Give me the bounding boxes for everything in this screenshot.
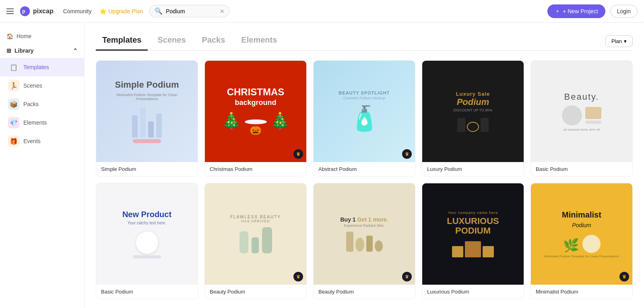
new-project-button[interactable]: ＋ + New Project <box>547 4 605 18</box>
sidebar: 🏠 Home ⊞ Library ⌃ 📋 Templates 🏃 Scenes … <box>0 23 85 308</box>
card-visual <box>346 232 383 252</box>
library-icon: ⊞ <box>6 47 11 54</box>
card-title-top: Luxury Sale <box>456 91 490 97</box>
sidebar-home-label: Home <box>17 33 31 39</box>
podium-base <box>133 139 161 143</box>
template-thumbnail: Beauty. all selected items 40% off <box>531 61 632 162</box>
search-icon: 🔍 <box>155 7 163 15</box>
templates-icon: 📋 <box>10 64 18 71</box>
packs-label: Packs <box>23 101 39 107</box>
sidebar-library-section[interactable]: ⊞ Library ⌃ <box>0 43 84 58</box>
card-subtitle: BEAUTY SPOTLIGHT <box>339 90 390 95</box>
card-visual: 🎄 🎃 🎄 <box>221 111 290 136</box>
template-card-basic-podium-2[interactable]: New Product Your catchy text here. Basic… <box>96 183 198 299</box>
upgrade-label: Upgrade Plan <box>108 8 143 14</box>
sidebar-item-templates[interactable]: 📋 Templates <box>0 58 84 76</box>
template-thumbnail: Luxury Sale Podium DISCOUNT UP TO 80% <box>422 61 524 162</box>
upgrade-link[interactable]: ⭐ Upgrade Plan <box>99 8 143 14</box>
tab-elements[interactable]: Elements <box>235 32 283 51</box>
card-title: LUXURIOUSPODIUM <box>447 216 499 236</box>
card-title: MinimalistPodium <box>562 210 601 229</box>
card-title: Simple Podium <box>115 80 179 90</box>
scenes-icon: 🏃 <box>10 82 18 90</box>
template-card-basic-podium[interactable]: Beauty. all selected items 40% off Basic… <box>530 60 633 177</box>
tab-scenes[interactable]: Scenes <box>151 32 192 51</box>
card-subtitle: Your catchy text here. <box>128 221 166 225</box>
new-project-label: + New Project <box>563 8 598 14</box>
chevron-down-icon: ▾ <box>624 38 627 44</box>
card-subtitle: Minimalist Podium Template for Clean Pre… <box>110 93 184 101</box>
card-title: FLAWLESS BEAUTY <box>230 215 281 219</box>
template-card-beauty-podium-1[interactable]: FLAWLESS BEAUTY HAS ARRIVED ♛ Beauty Pod… <box>204 183 307 299</box>
tab-templates[interactable]: Templates <box>96 32 148 51</box>
login-button[interactable]: Login <box>610 5 638 18</box>
card-title: Buy 1 Get 1 more. <box>340 216 388 223</box>
template-title: Basic Podium <box>96 285 198 299</box>
card-visual <box>133 232 161 259</box>
card-subtitle: Minimalist Podium Template for Clean Pre… <box>544 255 619 258</box>
template-thumbnail: Your company name here LUXURIOUSPODIUM <box>422 183 524 285</box>
card-title: Podium <box>457 97 489 107</box>
card-visual <box>452 241 494 257</box>
nav-right: ＋ + New Project Login <box>547 4 638 18</box>
logo[interactable]: p pixcap <box>19 6 54 17</box>
close-icon[interactable]: ✕ <box>220 8 225 14</box>
template-title: Simple Podium <box>96 162 198 176</box>
template-thumbnail: MinimalistPodium 🌿 Minimalist Podium Tem… <box>531 183 632 285</box>
content-tabs: Templates Scenes Packs Elements Plan ▾ <box>96 32 633 51</box>
plus-icon: ＋ <box>555 8 560 15</box>
template-thumbnail: BEAUTY SPOTLIGHT Cosmetic Podium Mockup … <box>314 61 415 162</box>
star-icon: ⭐ <box>99 8 106 14</box>
template-title: Luxury Podium <box>422 162 524 176</box>
template-grid-row1: Simple Podium Minimalist Podium Template… <box>96 60 633 177</box>
template-title: Minimalist Podium <box>531 285 632 299</box>
sidebar-item-packs[interactable]: 📦 Packs <box>0 95 84 113</box>
card-title: New Product <box>122 209 171 219</box>
template-thumbnail: Buy 1 Get 1 more. Experience Radiant Ski… <box>314 183 415 285</box>
community-link[interactable]: Community <box>63 8 92 14</box>
card-visual <box>457 118 489 132</box>
card-subtitle: DISCOUNT UP TO 80% <box>454 108 493 112</box>
layout: 🏠 Home ⊞ Library ⌃ 📋 Templates 🏃 Scenes … <box>0 23 644 308</box>
template-title: Beauty Podium <box>205 285 306 299</box>
pro-badge: ♛ <box>619 272 629 281</box>
template-card-abstract-podium[interactable]: BEAUTY SPOTLIGHT Cosmetic Podium Mockup … <box>313 60 415 177</box>
template-title: Luxurious Podium <box>422 285 524 299</box>
card-subtitle: Experience Radiant Skin. <box>344 224 384 228</box>
card-subtitle: HAS ARRIVED <box>241 219 270 223</box>
card-visual <box>562 105 601 125</box>
template-title: Beauty Podium <box>314 285 415 299</box>
template-card-beauty-podium-2[interactable]: Buy 1 Get 1 more. Experience Radiant Ski… <box>313 183 415 299</box>
search-bar[interactable]: 🔍 ✕ <box>149 5 230 17</box>
card-visual <box>132 107 162 138</box>
sidebar-item-scenes[interactable]: 🏃 Scenes <box>0 76 84 95</box>
pro-badge: ♛ <box>402 149 412 159</box>
template-card-luxury-podium[interactable]: Luxury Sale Podium DISCOUNT UP TO 80% Lu… <box>422 60 524 177</box>
sidebar-item-events[interactable]: 🎁 Events <box>0 132 84 150</box>
main-content: Templates Scenes Packs Elements Plan ▾ S… <box>85 23 644 308</box>
template-thumbnail: New Product Your catchy text here. <box>96 183 198 285</box>
pro-badge: ♛ <box>293 149 303 159</box>
template-card-luxurious-podium[interactable]: Your company name here LUXURIOUSPODIUM L… <box>422 183 524 299</box>
templates-label: Templates <box>23 64 49 70</box>
nav-left: p pixcap <box>6 6 54 17</box>
template-title: Abstract Podium <box>314 162 415 176</box>
tabs-right: Plan ▾ <box>605 35 633 47</box>
template-thumbnail: FLAWLESS BEAUTY HAS ARRIVED ♛ <box>205 183 306 285</box>
tab-packs[interactable]: Packs <box>196 32 232 51</box>
template-card-minimalist-podium[interactable]: MinimalistPodium 🌿 Minimalist Podium Tem… <box>530 183 633 299</box>
template-thumbnail: CHRISTMASbackground 🎄 🎃 🎄 ♛ <box>205 61 306 162</box>
hamburger-menu[interactable] <box>6 8 14 14</box>
template-card-christmas-podium[interactable]: CHRISTMASbackground 🎄 🎃 🎄 ♛ Christmas Po… <box>204 60 307 177</box>
packs-icon: 📦 <box>10 101 18 108</box>
card-title: Beauty. <box>564 92 599 102</box>
template-title: Basic Podium <box>531 162 632 176</box>
search-input[interactable] <box>166 8 217 14</box>
scenes-label: Scenes <box>23 82 42 89</box>
svg-text:p: p <box>22 8 25 14</box>
plan-button[interactable]: Plan ▾ <box>605 35 633 47</box>
sidebar-item-home[interactable]: 🏠 Home <box>0 29 84 43</box>
sidebar-item-elements[interactable]: 💎 Elements <box>0 113 84 132</box>
template-grid-row2: New Product Your catchy text here. Basic… <box>96 183 633 299</box>
template-card-simple-podium[interactable]: Simple Podium Minimalist Podium Template… <box>96 60 198 177</box>
